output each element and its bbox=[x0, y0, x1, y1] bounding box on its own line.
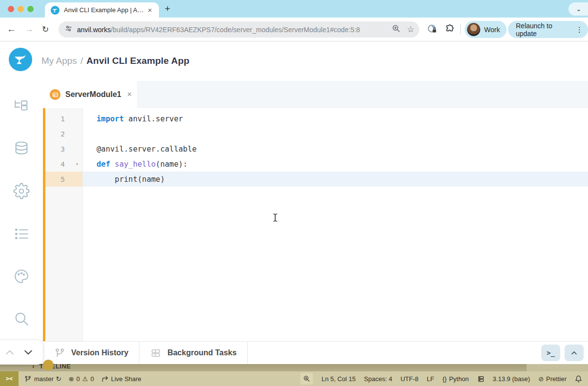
fold-arrow-icon[interactable]: ▾ bbox=[76, 161, 78, 167]
close-window-button[interactable] bbox=[8, 6, 14, 12]
relaunch-to-update-button[interactable]: Relaunch to update ⋮ bbox=[508, 21, 588, 38]
environment-status[interactable] bbox=[477, 375, 485, 383]
expand-panel-button[interactable] bbox=[565, 345, 584, 361]
minimize-window-button[interactable] bbox=[18, 6, 24, 12]
encoding-status[interactable]: UTF-8 bbox=[400, 375, 418, 383]
site-settings-icon[interactable] bbox=[64, 24, 73, 35]
problems-status[interactable]: ⊗ 0 ⚠ 0 bbox=[69, 375, 94, 383]
sidebar-item-app-browser[interactable] bbox=[13, 97, 30, 115]
chevron-up-icon bbox=[570, 349, 578, 357]
version-history-tab[interactable]: Version History bbox=[44, 342, 139, 364]
page-title: Anvil CLI Example App bbox=[86, 56, 189, 66]
profile-avatar bbox=[467, 23, 480, 36]
browser-tab-title: Anvil CLI Example App | Anvil bbox=[64, 6, 147, 14]
sidebar-item-theme[interactable] bbox=[13, 268, 30, 285]
terminal-icon: >_ bbox=[547, 349, 555, 357]
bookmark-star-icon[interactable]: ☆ bbox=[407, 24, 414, 35]
error-icon: ⊗ bbox=[69, 375, 74, 383]
live-share-icon bbox=[101, 375, 109, 383]
zoom-icon bbox=[303, 375, 310, 382]
tab-close-icon[interactable]: × bbox=[148, 6, 152, 14]
chevron-down-icon: ⌄ bbox=[576, 5, 582, 13]
live-share-button[interactable]: Live Share bbox=[101, 375, 141, 383]
module-tab-servermodule1[interactable]: ServerModule1 × bbox=[43, 81, 137, 108]
extensions-puzzle-icon[interactable] bbox=[445, 24, 455, 36]
eol-status[interactable]: LF bbox=[427, 375, 434, 383]
app-tree-icon bbox=[13, 97, 30, 114]
language-mode-status[interactable]: {} Python bbox=[442, 375, 469, 383]
reload-icon[interactable]: ↻ bbox=[42, 24, 49, 35]
app-console-button[interactable]: >_ bbox=[541, 345, 560, 361]
password-manager-icon[interactable] bbox=[427, 24, 437, 36]
url-bar[interactable]: anvil.works/build/apps/RV42ERF63AEZKPS7/… bbox=[59, 21, 419, 38]
profile-name: Work bbox=[484, 26, 500, 34]
code-line[interactable] bbox=[83, 126, 588, 141]
code-line[interactable]: import anvil.server bbox=[83, 111, 588, 126]
anvil-header: My Apps / Anvil CLI Example App ✓ Run ⋮ … bbox=[0, 42, 588, 81]
timeline-section-header[interactable]: › TIMELINE bbox=[0, 364, 588, 371]
environment-icon bbox=[477, 375, 485, 383]
chevron-up-icon[interactable] bbox=[5, 349, 15, 356]
forward-icon[interactable]: → bbox=[24, 24, 34, 35]
line-number: 2 bbox=[43, 126, 82, 141]
footer-divider bbox=[247, 342, 248, 365]
chevron-down-icon[interactable] bbox=[23, 349, 33, 356]
sync-icon[interactable]: ↻ bbox=[56, 375, 61, 383]
indentation-status[interactable]: Spaces: 4 bbox=[364, 375, 392, 383]
sidebar-item-settings[interactable] bbox=[13, 182, 30, 200]
url-text: anvil.works/build/apps/RV42ERF63AEZKPS7/… bbox=[77, 26, 392, 34]
browser-tab-strip: Anvil CLI Example App | Anvil × + ⌄ bbox=[0, 0, 588, 18]
formatter-status[interactable]: ⊘ Prettier bbox=[538, 375, 567, 383]
anvil-favicon-icon bbox=[51, 6, 59, 15]
line-number: 5 bbox=[43, 172, 82, 187]
palette-icon bbox=[13, 268, 30, 285]
zoom-status-button[interactable] bbox=[300, 373, 313, 385]
timeline-strip-light bbox=[527, 364, 588, 371]
toolbar-divider bbox=[460, 24, 461, 34]
background-tasks-tab[interactable]: Background Tasks bbox=[139, 342, 247, 364]
fullscreen-window-button[interactable] bbox=[27, 6, 34, 12]
git-branch-icon bbox=[24, 375, 32, 383]
notification-dot bbox=[43, 360, 54, 370]
gutter: 1234▾5 bbox=[43, 108, 83, 341]
list-icon bbox=[13, 226, 30, 242]
code-line[interactable]: print(name) bbox=[83, 172, 588, 187]
cursor-position-status[interactable]: Ln 5, Col 15 bbox=[321, 375, 355, 383]
gear-icon bbox=[13, 183, 30, 199]
code-lines[interactable]: import anvil.server@anvil.server.callabl… bbox=[83, 108, 588, 341]
python-version-status[interactable]: 3.13.9 (base) bbox=[493, 375, 530, 383]
code-editor[interactable]: 1234▾5 import anvil.server@anvil.server.… bbox=[43, 108, 588, 341]
anvil-logo[interactable] bbox=[9, 48, 32, 71]
sidebar bbox=[0, 81, 43, 341]
code-line[interactable]: def say_hello(name): bbox=[83, 156, 588, 172]
tab-search-button[interactable]: ⌄ bbox=[568, 2, 588, 16]
editor-accent-strip bbox=[43, 108, 45, 341]
line-number: 3 bbox=[43, 141, 82, 156]
browser-profile-button[interactable]: Work bbox=[465, 21, 507, 38]
braces-icon: {} bbox=[442, 375, 447, 383]
new-tab-button[interactable]: + bbox=[165, 3, 170, 14]
remote-indicator-button[interactable]: >< bbox=[0, 371, 19, 386]
background-tasks-icon bbox=[150, 347, 161, 359]
back-icon[interactable]: ← bbox=[7, 24, 16, 35]
breadcrumb: My Apps / Anvil CLI Example App bbox=[41, 56, 190, 66]
module-tab-close-icon[interactable]: × bbox=[127, 90, 132, 99]
sidebar-item-data-tables[interactable] bbox=[13, 140, 30, 157]
sidebar-item-logs[interactable] bbox=[13, 225, 30, 243]
warning-icon: ⚠ bbox=[82, 375, 88, 383]
breadcrumb-my-apps[interactable]: My Apps bbox=[41, 56, 77, 66]
git-branch-status[interactable]: master ↻ bbox=[24, 375, 61, 383]
browser-tab[interactable]: Anvil CLI Example App | Anvil × bbox=[45, 2, 159, 18]
code-line[interactable]: @anvil.server.callable bbox=[83, 141, 588, 156]
chrome-menu-icon[interactable]: ⋮ bbox=[576, 25, 583, 34]
zoom-icon[interactable] bbox=[392, 24, 400, 35]
sidebar-item-search[interactable] bbox=[13, 310, 30, 328]
notifications-bell-button[interactable] bbox=[575, 375, 582, 383]
text-cursor-icon bbox=[272, 213, 278, 224]
line-number: 1 bbox=[43, 111, 82, 126]
prettier-icon: ⊘ bbox=[538, 375, 544, 383]
git-branch-icon bbox=[55, 347, 65, 358]
scroll-chevron-panel bbox=[0, 340, 43, 365]
browser-toolbar: ← → ↻ anvil.works/build/apps/RV42ERF63AE… bbox=[0, 18, 588, 41]
server-module-icon bbox=[50, 89, 60, 100]
